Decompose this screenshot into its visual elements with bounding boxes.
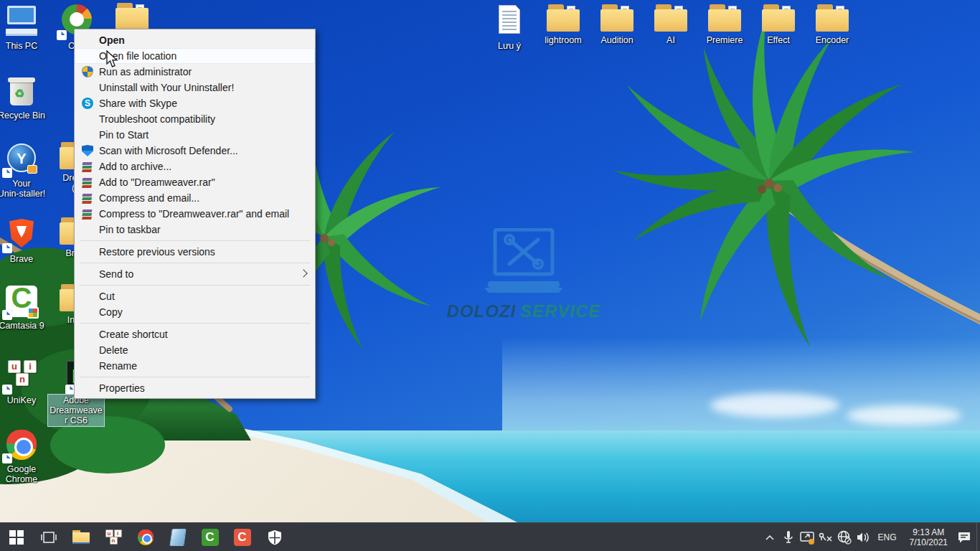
desktop-icon-unikey[interactable]: u i n UniKey bbox=[0, 359, 49, 405]
mouse-cursor bbox=[105, 50, 121, 69]
shield-icon bbox=[267, 529, 283, 545]
windows-security-button[interactable] bbox=[258, 523, 291, 551]
laptop-tools-icon bbox=[477, 228, 570, 297]
task-view-button[interactable] bbox=[32, 523, 65, 551]
recorder-icon: C bbox=[234, 529, 251, 546]
start-button[interactable] bbox=[0, 523, 32, 551]
folder-icon bbox=[654, 4, 688, 33]
action-center-button[interactable] bbox=[955, 523, 974, 551]
context-menu-item[interactable]: Rename bbox=[75, 358, 315, 374]
folder-icon bbox=[707, 4, 742, 33]
context-menu-item[interactable]: Create shortcut bbox=[75, 326, 315, 342]
camtasia-icon: C bbox=[4, 284, 39, 319]
language-indicator[interactable]: ENG bbox=[872, 532, 903, 542]
desktop-icon-folder[interactable]: Effect bbox=[751, 4, 806, 45]
context-menu-item[interactable]: Open bbox=[75, 32, 315, 48]
context-menu-item[interactable]: Scan with Microsoft Defender... bbox=[75, 143, 315, 159]
context-menu-item[interactable]: Uninstall with Your Uninstaller! bbox=[75, 80, 315, 95]
tray-network[interactable] bbox=[835, 523, 854, 551]
clock-date: 7/10/2021 bbox=[910, 537, 948, 547]
context-menu-item[interactable]: Compress and email... bbox=[75, 190, 315, 206]
system-tray: ENG 9:13 AM 7/10/2021 bbox=[760, 523, 980, 551]
camtasia-taskbar-button[interactable]: C bbox=[194, 523, 226, 551]
folder-icon bbox=[546, 4, 580, 33]
glass-app-taskbar-button[interactable] bbox=[161, 523, 194, 551]
glass-pane-app-icon bbox=[169, 529, 186, 546]
chevron-up-icon bbox=[765, 534, 775, 541]
tray-unikey-indicator[interactable] bbox=[816, 523, 835, 551]
menu-item-icon bbox=[82, 66, 93, 77]
desktop-icon-folder[interactable]: Premiere bbox=[697, 4, 752, 45]
notification-badge bbox=[809, 539, 814, 545]
camtasia-icon: C bbox=[202, 529, 219, 546]
show-desktop-button[interactable] bbox=[976, 523, 980, 551]
desktop-icon-google-chrome[interactable]: GoogleChrome bbox=[0, 428, 49, 484]
unikey-taskbar-button[interactable]: u i n bbox=[97, 523, 129, 551]
context-menu-item[interactable]: Restore previous versions bbox=[75, 244, 315, 260]
tray-volume[interactable] bbox=[854, 523, 872, 551]
desktop-icon-folder[interactable]: Encoder bbox=[805, 4, 859, 45]
context-menu-item[interactable]: Add to archive... bbox=[75, 159, 315, 174]
context-menu-item[interactable]: Add to "Dreamweaver.rar" bbox=[75, 174, 315, 190]
desktop: DOLOZISERVICE This PC ♻ Recycle Bin Y Yo… bbox=[0, 0, 980, 551]
windows-logo-icon bbox=[9, 530, 24, 545]
menu-item-icon bbox=[82, 208, 93, 220]
shortcut-arrow-icon bbox=[2, 385, 12, 395]
desktop-icon-folder[interactable] bbox=[105, 3, 159, 32]
shortcut-arrow-icon bbox=[2, 243, 12, 253]
clock-time: 9:13 AM bbox=[910, 527, 948, 537]
camtasia-recorder-taskbar-button[interactable]: C bbox=[226, 523, 258, 551]
folder-icon bbox=[600, 4, 634, 33]
context-menu-item[interactable]: Pin to Start bbox=[75, 127, 315, 143]
context-menu-item[interactable]: Compress to "Dreamweaver.rar" and email bbox=[75, 206, 315, 222]
chrome-taskbar-button[interactable] bbox=[129, 523, 161, 551]
watermark-text-1: DOLOZI bbox=[446, 301, 516, 321]
shortcut-arrow-icon bbox=[57, 30, 67, 40]
folder-icon bbox=[761, 4, 796, 33]
keyboard-key-icon bbox=[819, 532, 833, 543]
file-explorer-icon bbox=[72, 530, 90, 544]
menu-item-icon bbox=[82, 176, 93, 188]
chrome-icon bbox=[4, 428, 39, 462]
this-pc-icon bbox=[4, 4, 39, 39]
context-menu-item[interactable]: Delete bbox=[75, 342, 315, 358]
watermark-text-2: SERVICE bbox=[520, 301, 600, 321]
desktop-icon-folder[interactable]: Audition bbox=[590, 4, 644, 45]
desktop-icon-folder[interactable]: AI bbox=[644, 4, 698, 45]
shortcut-arrow-icon bbox=[2, 168, 12, 178]
folder-icon bbox=[115, 3, 149, 32]
tray-display-connect[interactable] bbox=[798, 523, 816, 551]
context-menu-item[interactable]: Cut bbox=[75, 288, 315, 304]
speaker-icon bbox=[856, 531, 870, 544]
tray-microphone[interactable] bbox=[779, 523, 798, 551]
tray-chevron-button[interactable] bbox=[760, 523, 779, 551]
desktop-icon-this-pc[interactable]: This PC bbox=[0, 4, 49, 51]
desktop-icon-luu-y[interactable]: Lưu ý bbox=[482, 4, 537, 51]
text-document-icon bbox=[492, 4, 527, 39]
desktop-icon-camtasia[interactable]: C Camtasia 9 bbox=[0, 284, 49, 331]
recycle-bin-icon: ♻ bbox=[4, 74, 39, 108]
context-menu-item[interactable]: Copy bbox=[75, 304, 315, 320]
menu-item-icon bbox=[82, 161, 93, 172]
context-menu-item[interactable]: Troubleshoot compatibility bbox=[75, 111, 315, 127]
menu-item-icon bbox=[82, 145, 93, 156]
desktop-icon-brave[interactable]: Brave bbox=[0, 217, 49, 264]
context-menu-item[interactable]: Properties bbox=[75, 380, 315, 396]
desktop-icon-recycle-bin[interactable]: ♻ Recycle Bin bbox=[0, 74, 49, 121]
desktop-icon-folder[interactable]: lightroom bbox=[536, 4, 590, 45]
task-view-icon bbox=[41, 529, 57, 545]
globe-network-icon bbox=[837, 530, 852, 545]
menu-item-icon bbox=[82, 192, 93, 204]
microphone-icon bbox=[783, 530, 793, 545]
file-explorer-button[interactable] bbox=[65, 523, 97, 551]
action-center-icon bbox=[957, 531, 971, 544]
folder-icon bbox=[815, 4, 849, 33]
desktop-icon-your-uninstaller[interactable]: Y YourUnin-staller! bbox=[0, 142, 49, 199]
context-menu-item[interactable]: S Share with Skype bbox=[75, 95, 315, 111]
shortcut-arrow-icon bbox=[2, 453, 12, 463]
context-menu-item[interactable]: Send to bbox=[75, 266, 315, 282]
taskbar: u i n C C bbox=[0, 522, 980, 551]
clock[interactable]: 9:13 AM 7/10/2021 bbox=[903, 527, 955, 547]
submenu-chevron-icon bbox=[299, 269, 307, 277]
context-menu-item[interactable]: Pin to taskbar bbox=[75, 222, 315, 237]
